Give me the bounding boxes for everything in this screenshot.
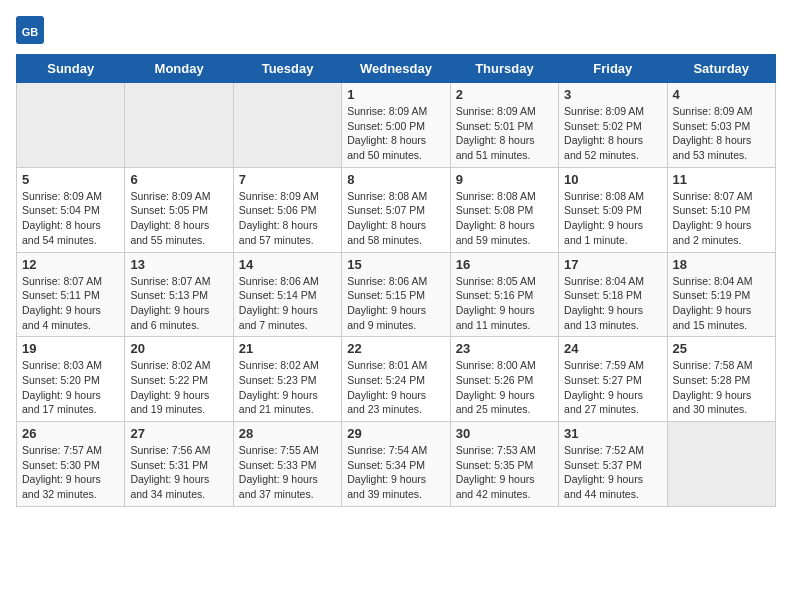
calendar-cell: 29Sunrise: 7:54 AM Sunset: 5:34 PM Dayli… <box>342 422 450 507</box>
day-number: 2 <box>456 87 553 102</box>
day-info: Sunrise: 8:04 AM Sunset: 5:18 PM Dayligh… <box>564 274 661 333</box>
day-number: 21 <box>239 341 336 356</box>
day-number: 27 <box>130 426 227 441</box>
day-number: 16 <box>456 257 553 272</box>
day-info: Sunrise: 8:09 AM Sunset: 5:02 PM Dayligh… <box>564 104 661 163</box>
day-number: 22 <box>347 341 444 356</box>
calendar-cell <box>667 422 775 507</box>
day-number: 6 <box>130 172 227 187</box>
day-info: Sunrise: 8:09 AM Sunset: 5:00 PM Dayligh… <box>347 104 444 163</box>
day-info: Sunrise: 7:58 AM Sunset: 5:28 PM Dayligh… <box>673 358 770 417</box>
calendar-cell: 1Sunrise: 8:09 AM Sunset: 5:00 PM Daylig… <box>342 83 450 168</box>
day-number: 5 <box>22 172 119 187</box>
weekday-header-row: SundayMondayTuesdayWednesdayThursdayFrid… <box>17 55 776 83</box>
calendar-cell: 4Sunrise: 8:09 AM Sunset: 5:03 PM Daylig… <box>667 83 775 168</box>
weekday-header-sunday: Sunday <box>17 55 125 83</box>
day-number: 26 <box>22 426 119 441</box>
logo: GB <box>16 16 48 44</box>
calendar-cell: 19Sunrise: 8:03 AM Sunset: 5:20 PM Dayli… <box>17 337 125 422</box>
day-info: Sunrise: 7:59 AM Sunset: 5:27 PM Dayligh… <box>564 358 661 417</box>
day-number: 11 <box>673 172 770 187</box>
day-number: 13 <box>130 257 227 272</box>
day-info: Sunrise: 8:09 AM Sunset: 5:03 PM Dayligh… <box>673 104 770 163</box>
calendar-cell: 26Sunrise: 7:57 AM Sunset: 5:30 PM Dayli… <box>17 422 125 507</box>
day-number: 8 <box>347 172 444 187</box>
calendar-cell: 7Sunrise: 8:09 AM Sunset: 5:06 PM Daylig… <box>233 167 341 252</box>
weekday-header-tuesday: Tuesday <box>233 55 341 83</box>
calendar-cell: 15Sunrise: 8:06 AM Sunset: 5:15 PM Dayli… <box>342 252 450 337</box>
day-info: Sunrise: 7:57 AM Sunset: 5:30 PM Dayligh… <box>22 443 119 502</box>
weekday-header-thursday: Thursday <box>450 55 558 83</box>
day-info: Sunrise: 8:08 AM Sunset: 5:09 PM Dayligh… <box>564 189 661 248</box>
day-number: 28 <box>239 426 336 441</box>
calendar-cell: 27Sunrise: 7:56 AM Sunset: 5:31 PM Dayli… <box>125 422 233 507</box>
day-info: Sunrise: 8:02 AM Sunset: 5:22 PM Dayligh… <box>130 358 227 417</box>
day-info: Sunrise: 8:09 AM Sunset: 5:06 PM Dayligh… <box>239 189 336 248</box>
calendar-cell: 21Sunrise: 8:02 AM Sunset: 5:23 PM Dayli… <box>233 337 341 422</box>
calendar-cell: 28Sunrise: 7:55 AM Sunset: 5:33 PM Dayli… <box>233 422 341 507</box>
calendar-week-1: 1Sunrise: 8:09 AM Sunset: 5:00 PM Daylig… <box>17 83 776 168</box>
day-info: Sunrise: 7:53 AM Sunset: 5:35 PM Dayligh… <box>456 443 553 502</box>
calendar-cell: 11Sunrise: 8:07 AM Sunset: 5:10 PM Dayli… <box>667 167 775 252</box>
day-info: Sunrise: 8:03 AM Sunset: 5:20 PM Dayligh… <box>22 358 119 417</box>
day-info: Sunrise: 8:09 AM Sunset: 5:04 PM Dayligh… <box>22 189 119 248</box>
day-info: Sunrise: 8:06 AM Sunset: 5:14 PM Dayligh… <box>239 274 336 333</box>
weekday-header-friday: Friday <box>559 55 667 83</box>
calendar-cell: 5Sunrise: 8:09 AM Sunset: 5:04 PM Daylig… <box>17 167 125 252</box>
day-number: 18 <box>673 257 770 272</box>
day-number: 30 <box>456 426 553 441</box>
calendar-week-5: 26Sunrise: 7:57 AM Sunset: 5:30 PM Dayli… <box>17 422 776 507</box>
day-number: 23 <box>456 341 553 356</box>
calendar-cell <box>17 83 125 168</box>
day-info: Sunrise: 7:56 AM Sunset: 5:31 PM Dayligh… <box>130 443 227 502</box>
day-number: 19 <box>22 341 119 356</box>
day-info: Sunrise: 8:04 AM Sunset: 5:19 PM Dayligh… <box>673 274 770 333</box>
day-number: 9 <box>456 172 553 187</box>
day-number: 3 <box>564 87 661 102</box>
day-number: 7 <box>239 172 336 187</box>
day-info: Sunrise: 8:01 AM Sunset: 5:24 PM Dayligh… <box>347 358 444 417</box>
day-number: 17 <box>564 257 661 272</box>
calendar-cell: 16Sunrise: 8:05 AM Sunset: 5:16 PM Dayli… <box>450 252 558 337</box>
calendar-cell: 3Sunrise: 8:09 AM Sunset: 5:02 PM Daylig… <box>559 83 667 168</box>
day-info: Sunrise: 8:02 AM Sunset: 5:23 PM Dayligh… <box>239 358 336 417</box>
day-info: Sunrise: 8:07 AM Sunset: 5:10 PM Dayligh… <box>673 189 770 248</box>
logo-icon: GB <box>16 16 44 44</box>
day-info: Sunrise: 8:09 AM Sunset: 5:01 PM Dayligh… <box>456 104 553 163</box>
calendar-week-3: 12Sunrise: 8:07 AM Sunset: 5:11 PM Dayli… <box>17 252 776 337</box>
calendar-week-2: 5Sunrise: 8:09 AM Sunset: 5:04 PM Daylig… <box>17 167 776 252</box>
calendar-cell: 14Sunrise: 8:06 AM Sunset: 5:14 PM Dayli… <box>233 252 341 337</box>
day-info: Sunrise: 8:09 AM Sunset: 5:05 PM Dayligh… <box>130 189 227 248</box>
calendar-cell: 8Sunrise: 8:08 AM Sunset: 5:07 PM Daylig… <box>342 167 450 252</box>
day-info: Sunrise: 8:00 AM Sunset: 5:26 PM Dayligh… <box>456 358 553 417</box>
calendar-cell: 13Sunrise: 8:07 AM Sunset: 5:13 PM Dayli… <box>125 252 233 337</box>
day-number: 1 <box>347 87 444 102</box>
day-info: Sunrise: 8:08 AM Sunset: 5:07 PM Dayligh… <box>347 189 444 248</box>
calendar-cell: 10Sunrise: 8:08 AM Sunset: 5:09 PM Dayli… <box>559 167 667 252</box>
calendar-body: 1Sunrise: 8:09 AM Sunset: 5:00 PM Daylig… <box>17 83 776 507</box>
calendar-cell: 18Sunrise: 8:04 AM Sunset: 5:19 PM Dayli… <box>667 252 775 337</box>
calendar-cell: 22Sunrise: 8:01 AM Sunset: 5:24 PM Dayli… <box>342 337 450 422</box>
calendar-cell: 17Sunrise: 8:04 AM Sunset: 5:18 PM Dayli… <box>559 252 667 337</box>
weekday-header-saturday: Saturday <box>667 55 775 83</box>
day-info: Sunrise: 8:08 AM Sunset: 5:08 PM Dayligh… <box>456 189 553 248</box>
day-number: 4 <box>673 87 770 102</box>
calendar-cell: 20Sunrise: 8:02 AM Sunset: 5:22 PM Dayli… <box>125 337 233 422</box>
day-info: Sunrise: 8:05 AM Sunset: 5:16 PM Dayligh… <box>456 274 553 333</box>
day-number: 20 <box>130 341 227 356</box>
calendar-cell: 9Sunrise: 8:08 AM Sunset: 5:08 PM Daylig… <box>450 167 558 252</box>
day-info: Sunrise: 8:07 AM Sunset: 5:11 PM Dayligh… <box>22 274 119 333</box>
calendar-cell: 12Sunrise: 8:07 AM Sunset: 5:11 PM Dayli… <box>17 252 125 337</box>
calendar-cell: 25Sunrise: 7:58 AM Sunset: 5:28 PM Dayli… <box>667 337 775 422</box>
day-number: 29 <box>347 426 444 441</box>
calendar-cell: 2Sunrise: 8:09 AM Sunset: 5:01 PM Daylig… <box>450 83 558 168</box>
day-info: Sunrise: 7:54 AM Sunset: 5:34 PM Dayligh… <box>347 443 444 502</box>
calendar-table: SundayMondayTuesdayWednesdayThursdayFrid… <box>16 54 776 507</box>
calendar-cell: 31Sunrise: 7:52 AM Sunset: 5:37 PM Dayli… <box>559 422 667 507</box>
day-number: 12 <box>22 257 119 272</box>
day-number: 25 <box>673 341 770 356</box>
day-number: 14 <box>239 257 336 272</box>
header: GB <box>16 16 776 44</box>
calendar-cell: 30Sunrise: 7:53 AM Sunset: 5:35 PM Dayli… <box>450 422 558 507</box>
day-info: Sunrise: 8:06 AM Sunset: 5:15 PM Dayligh… <box>347 274 444 333</box>
